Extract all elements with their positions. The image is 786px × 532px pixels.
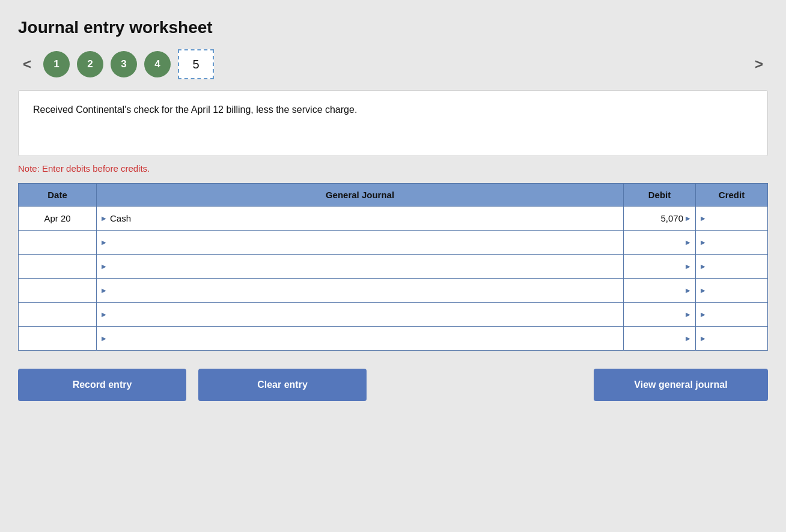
description-text: Received Continental's check for the Apr… <box>33 104 357 115</box>
credit-value-1 <box>696 231 767 254</box>
cell-journal-1[interactable] <box>97 231 624 255</box>
journal-table: Date General Journal Debit Credit Apr 20… <box>18 183 768 351</box>
debit-value-0: 5,070 <box>624 207 695 230</box>
cell-debit-2[interactable] <box>624 255 696 279</box>
next-arrow[interactable]: > <box>750 53 768 75</box>
cell-date-3[interactable] <box>19 279 97 303</box>
nav-item-5-current[interactable]: 5 <box>178 49 214 79</box>
credit-value-0 <box>696 207 767 230</box>
debit-value-2 <box>624 255 695 278</box>
debit-value-1 <box>624 231 695 254</box>
cell-date-0: Apr 20 <box>19 207 97 231</box>
cell-credit-4[interactable] <box>696 303 768 327</box>
journal-value-5 <box>97 327 623 350</box>
cell-date-4[interactable] <box>19 303 97 327</box>
date-value-5 <box>19 327 96 350</box>
date-value-1 <box>19 231 96 254</box>
journal-value-1 <box>97 231 623 254</box>
cell-debit-3[interactable] <box>624 279 696 303</box>
cell-journal-0[interactable]: Cash <box>97 207 624 231</box>
description-box: Received Continental's check for the Apr… <box>18 90 768 156</box>
table-row: Apr 20Cash5,070 <box>19 207 768 231</box>
date-value-4 <box>19 303 96 326</box>
col-header-debit: Debit <box>624 184 696 207</box>
col-header-credit: Credit <box>696 184 768 207</box>
cell-credit-3[interactable] <box>696 279 768 303</box>
table-row <box>19 279 768 303</box>
date-value-3 <box>19 279 96 302</box>
debit-value-4 <box>624 303 695 326</box>
date-value-2 <box>19 255 96 278</box>
cell-date-1[interactable] <box>19 231 97 255</box>
cell-date-5[interactable] <box>19 327 97 351</box>
record-entry-button[interactable]: Record entry <box>18 369 186 401</box>
cell-journal-3[interactable] <box>97 279 624 303</box>
journal-value-3 <box>97 279 623 302</box>
table-row <box>19 231 768 255</box>
date-value-0: Apr 20 <box>19 207 96 230</box>
cell-journal-2[interactable] <box>97 255 624 279</box>
debit-value-5 <box>624 327 695 350</box>
debit-value-3 <box>624 279 695 302</box>
prev-arrow[interactable]: < <box>18 53 36 75</box>
table-row <box>19 303 768 327</box>
col-header-journal: General Journal <box>97 184 624 207</box>
cell-credit-0[interactable] <box>696 207 768 231</box>
table-row <box>19 327 768 351</box>
cell-debit-1[interactable] <box>624 231 696 255</box>
note-text: Note: Enter debits before credits. <box>18 163 768 174</box>
credit-value-2 <box>696 255 767 278</box>
buttons-row: Record entry Clear entry View general jo… <box>18 369 768 401</box>
journal-value-4 <box>97 303 623 326</box>
credit-value-4 <box>696 303 767 326</box>
nav-item-2[interactable]: 2 <box>77 51 103 77</box>
cell-journal-4[interactable] <box>97 303 624 327</box>
cell-credit-1[interactable] <box>696 231 768 255</box>
journal-value-2 <box>97 255 623 278</box>
journal-value-0: Cash <box>97 207 623 230</box>
nav-item-3[interactable]: 3 <box>111 51 137 77</box>
cell-date-2[interactable] <box>19 255 97 279</box>
credit-value-3 <box>696 279 767 302</box>
col-header-date: Date <box>19 184 97 207</box>
nav-item-1[interactable]: 1 <box>43 51 70 77</box>
cell-credit-2[interactable] <box>696 255 768 279</box>
cell-credit-5[interactable] <box>696 327 768 351</box>
nav-row: < 1 2 3 4 5 > <box>18 49 768 79</box>
table-row <box>19 255 768 279</box>
clear-entry-button[interactable]: Clear entry <box>198 369 367 401</box>
nav-item-4[interactable]: 4 <box>144 51 171 77</box>
cell-debit-0[interactable]: 5,070 <box>624 207 696 231</box>
view-general-journal-button[interactable]: View general journal <box>594 369 768 401</box>
cell-journal-5[interactable] <box>97 327 624 351</box>
credit-value-5 <box>696 327 767 350</box>
cell-debit-5[interactable] <box>624 327 696 351</box>
page-title: Journal entry worksheet <box>18 18 768 37</box>
cell-debit-4[interactable] <box>624 303 696 327</box>
